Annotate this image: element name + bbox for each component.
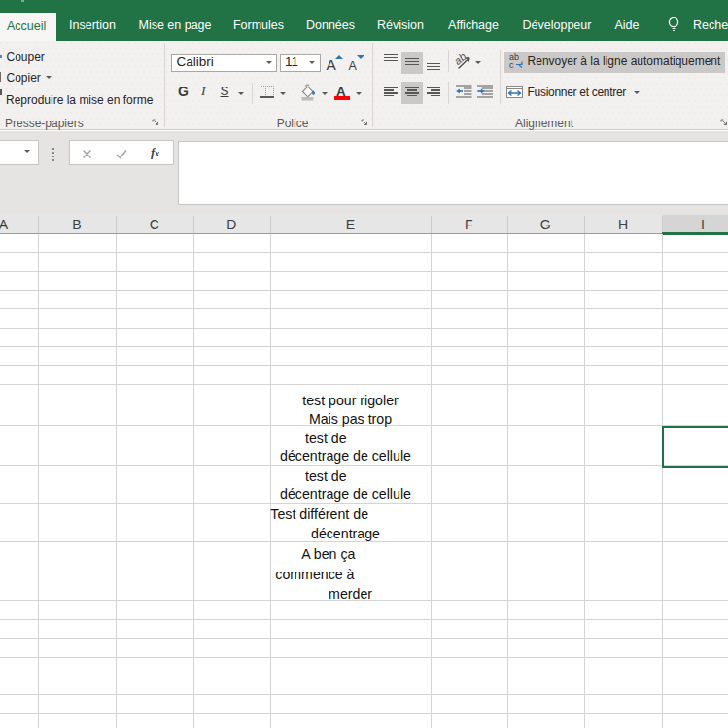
svg-text:c: c [509,60,514,70]
svg-text:ab: ab [454,52,468,67]
